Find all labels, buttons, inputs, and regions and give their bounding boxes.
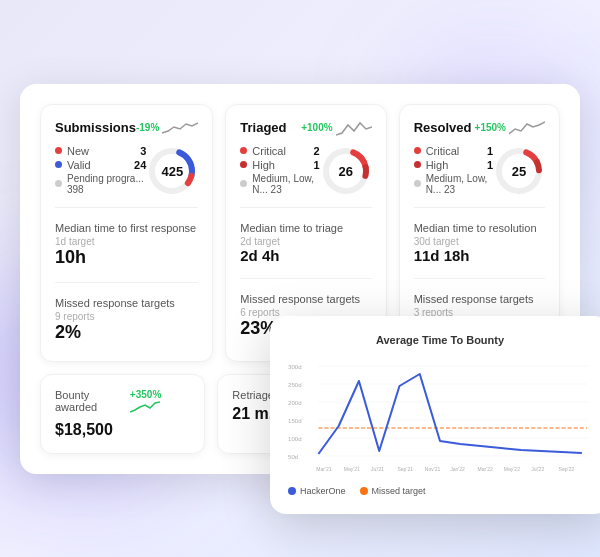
dot-critical-r [414,147,421,154]
bounty-sparkline [130,400,160,414]
bounty-value: $18,500 [55,421,190,439]
resolved-donut: 25 [493,145,545,197]
submissions-card: Submissions -19% New 3 [40,104,213,362]
svg-text:200d: 200d [288,400,302,406]
svg-text:300d: 300d [288,364,302,370]
svg-text:May'22: May'22 [504,466,520,472]
submissions-sparkline [162,119,198,137]
submissions-badge: -19% [136,119,198,137]
svg-text:May'21: May'21 [344,466,360,472]
stat-row: Valid 24 [55,159,146,171]
triaged-header: Triaged +100% [240,119,371,137]
dot-high [240,161,247,168]
svg-text:Nov'21: Nov'21 [425,466,441,472]
resolved-rows: Critical 1 High 1 Medium, Low, N... 23 [414,145,493,197]
submissions-donut: 425 [146,145,198,197]
dot-valid [55,161,62,168]
svg-text:100d: 100d [288,436,302,442]
legend-dot-blue [288,487,296,495]
dashboard-wrapper: Submissions -19% New 3 [20,84,580,474]
chart-card: Average Time To Bounty 300d 250d 200d 15… [270,316,600,514]
submissions-total: 425 [161,163,183,178]
stat-row: Medium, Low, N... 23 [240,173,319,195]
stat-row: Critical 2 [240,145,319,157]
svg-text:Jul'22: Jul'22 [531,466,544,472]
svg-text:Jul'21: Jul'21 [371,466,384,472]
resolved-title: Resolved [414,120,472,135]
triaged-sparkline [336,119,372,137]
submissions-content: New 3 Valid 24 Pending progra... 398 [55,145,198,197]
resolved-content: Critical 1 High 1 Medium, Low, N... 23 [414,145,545,197]
bounty-label: Bounty awarded [55,389,130,413]
dot-medium-r [414,180,421,187]
legend-dot-orange [360,487,368,495]
divider [240,278,371,279]
stat-row: New 3 [55,145,146,157]
divider [240,207,371,208]
svg-text:Jan'22: Jan'22 [450,466,465,472]
legend-label-hackerone: HackerOne [300,486,346,496]
svg-text:250d: 250d [288,382,302,388]
resolved-metric1: Median time to resolution 30d target 11d… [414,218,545,268]
chart-title: Average Time To Bounty [288,334,592,346]
legend-hackerone: HackerOne [288,486,346,496]
dot-medium [240,180,247,187]
resolved-sparkline [509,119,545,137]
submissions-metric1: Median time to first response 1d target … [55,218,198,272]
submissions-rows: New 3 Valid 24 Pending progra... 398 [55,145,146,197]
resolved-header: Resolved +150% [414,119,545,137]
triaged-badge: +100% [301,119,371,137]
stat-row: High 1 [414,159,493,171]
divider [55,282,198,283]
bounty-badge: +350% [130,389,190,416]
stat-row: Medium, Low, N... 23 [414,173,493,195]
svg-text:50d: 50d [288,454,298,460]
svg-text:Sep'22: Sep'22 [559,466,575,472]
triaged-metric1: Median time to triage 2d target 2d 4h [240,218,371,268]
divider [414,278,545,279]
svg-text:Mar'21: Mar'21 [316,466,331,472]
submissions-header: Submissions -19% [55,119,198,137]
dot-pending [55,180,62,187]
svg-text:Mar'22: Mar'22 [477,466,492,472]
resolved-badge: +150% [475,119,545,137]
triaged-title: Triaged [240,120,286,135]
triaged-donut: 26 [320,145,372,197]
triaged-rows: Critical 2 High 1 Medium, Low, N... 23 [240,145,319,197]
divider [414,207,545,208]
stat-row: High 1 [240,159,319,171]
divider [55,207,198,208]
dot-high-r [414,161,421,168]
chart-svg: 300d 250d 200d 150d 100d 50d Mar'21 May'… [288,356,592,476]
legend-label-missed: Missed target [372,486,426,496]
svg-text:150d: 150d [288,418,302,424]
dot-critical [240,147,247,154]
submissions-title: Submissions [55,120,136,135]
chart-legend: HackerOne Missed target [288,486,592,496]
dot-new [55,147,62,154]
submissions-metric2: Missed response targets 9 reports 2% [55,293,198,347]
svg-text:Sep'21: Sep'21 [397,466,413,472]
stat-row: Critical 1 [414,145,493,157]
resolved-total: 25 [512,163,526,178]
bounty-card: Bounty awarded +350% $18,500 [40,374,205,454]
triaged-total: 26 [338,163,352,178]
triaged-content: Critical 2 High 1 Medium, Low, N... 23 [240,145,371,197]
stat-row: Pending progra... 398 [55,173,146,195]
legend-missed: Missed target [360,486,426,496]
